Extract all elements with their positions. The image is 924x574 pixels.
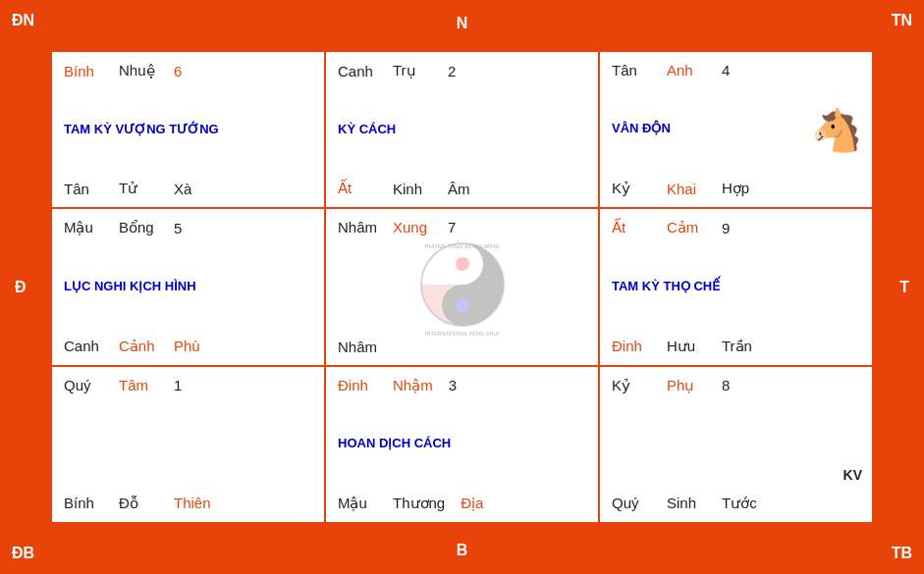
cell-top-center-row2: Ất Kinh Âm <box>338 180 586 197</box>
tr-r1-c2: Anh <box>667 62 706 78</box>
tr-r2-c1: Kỷ <box>612 180 651 197</box>
cell-mid-right-row1: Ất Cảm 9 <box>612 219 860 236</box>
bc-title: HOAN DỊCH CÁCH <box>338 436 586 452</box>
tr-r1-c1: Tân <box>612 62 651 78</box>
bc-r1-c1: Đinh <box>338 377 377 393</box>
tr-r2-c3: Hợp <box>722 180 761 197</box>
tl-r1-c2: Nhuệ <box>119 62 158 79</box>
bc-r2-c2: Thương <box>393 495 445 512</box>
tl-r2-c1: Tân <box>64 181 103 197</box>
cell-mid-right: Ất Cảm 9 TAM KỲ THỌ CHẾ Đinh Hưu Trần <box>599 208 873 365</box>
ml-r2-c3: Phù <box>174 338 213 354</box>
tr-r2-c2: Khai <box>667 181 706 197</box>
ml-title: LỤC NGHI KỊCH HÌNH <box>64 279 312 295</box>
edge-east: T <box>899 279 909 296</box>
tl-r1-c3: 6 <box>174 63 213 79</box>
svg-point-2 <box>456 298 469 312</box>
mr-title: TAM KỲ THỌ CHẾ <box>612 279 860 295</box>
mr-r1-c1: Ất <box>612 219 651 236</box>
ml-r1-c1: Mậu <box>64 219 103 236</box>
bl-r2-c2: Đỗ <box>119 495 158 512</box>
tc-r1-c3: 2 <box>448 63 487 79</box>
cell-bot-center: Đinh Nhậm 3 HOAN DỊCH CÁCH Mậu Thương Đị… <box>325 366 599 523</box>
corner-db: ĐB <box>12 545 34 562</box>
svg-point-1 <box>456 257 469 271</box>
watermark: PHONG THỦY ĐÔNG MINH INTERNATIONAL FENG … <box>418 240 507 333</box>
cell-mid-center-row2: Nhâm <box>338 339 586 355</box>
cell-mid-left-row2: Canh Cảnh Phù <box>64 338 312 355</box>
cell-mid-left-row1: Mậu Bổng 5 <box>64 219 312 236</box>
cell-top-right-row2: Kỷ Khai Hợp <box>612 180 860 197</box>
cell-mid-center: Nhâm Xung 7 PHONG THỦY ĐÔNG MINH INTERNA… <box>325 208 599 365</box>
bl-r2-c3: Thiên <box>174 495 213 511</box>
cell-top-left: Bính Nhuệ 6 TAM KỲ VƯỢNG TƯỚNG Tân Tử Xà <box>51 51 325 208</box>
cell-bot-right-row1: Kỷ Phụ 8 <box>612 377 860 394</box>
mr-r1-c3: 9 <box>722 220 761 236</box>
tc-title: KỲ CÁCH <box>338 122 586 138</box>
bc-r2-c1: Mậu <box>338 495 377 512</box>
br-r2-c1: Quý <box>612 495 651 511</box>
bl-r1-c2: Tâm <box>119 377 158 393</box>
tc-r1-c2: Trụ <box>393 62 432 79</box>
mc-r1-c1: Nhâm <box>338 219 377 235</box>
mr-r2-c2: Hưu <box>667 338 706 355</box>
cell-mid-right-row2: Đinh Hưu Trần <box>612 338 860 355</box>
tr-r1-c3: 4 <box>722 62 761 78</box>
cell-bot-left-row2: Bính Đỗ Thiên <box>64 495 312 512</box>
cell-mid-left: Mậu Bổng 5 LỤC NGHI KỊCH HÌNH Canh Cảnh … <box>51 208 325 365</box>
edge-west: Đ <box>15 279 27 296</box>
tl-r2-c2: Tử <box>119 180 158 197</box>
tl-title: TAM KỲ VƯỢNG TƯỚNG <box>64 122 312 138</box>
mc-r1-c2: Xung <box>393 219 432 235</box>
bl-r1-c3: 1 <box>174 377 213 393</box>
tc-r2-c2: Kinh <box>393 181 432 197</box>
edge-north: N <box>457 15 468 32</box>
cell-bot-right: Kỷ Phụ 8 Quý Sinh Tước KV <box>599 366 873 523</box>
cell-top-right: Tân Anh 4 VÂN ĐỘN Kỷ Khai Hợp 🐴 <box>599 51 873 208</box>
bl-r1-c1: Quý <box>64 377 103 393</box>
tl-r2-c3: Xà <box>174 181 213 197</box>
bc-r2-c3: Địa <box>461 495 500 512</box>
ml-r2-c1: Canh <box>64 338 103 354</box>
corner-dn: ĐN <box>12 12 34 29</box>
cell-top-left-row2: Tân Tử Xà <box>64 180 312 197</box>
tc-r2-c1: Ất <box>338 180 377 197</box>
cell-bot-left-row1: Quý Tâm 1 <box>64 377 312 393</box>
tc-r1-c1: Canh <box>338 63 377 79</box>
corner-tb: TB <box>892 545 912 562</box>
main-grid: Bính Nhuệ 6 TAM KỲ VƯỢNG TƯỚNG Tân Tử Xà… <box>49 49 875 525</box>
br-r2-c2: Sinh <box>667 495 706 511</box>
tc-r2-c3: Âm <box>448 181 487 197</box>
br-r1-c3: 8 <box>722 377 761 393</box>
bl-r2-c1: Bính <box>64 495 103 511</box>
svg-point-0 <box>421 243 504 326</box>
ml-r1-c3: 5 <box>174 220 213 236</box>
br-r1-c1: Kỷ <box>612 377 651 394</box>
mr-r2-c3: Trần <box>722 338 761 355</box>
tl-r1-c1: Bính <box>64 63 103 79</box>
cell-bot-left: Quý Tâm 1 Bính Đỗ Thiên <box>51 366 325 523</box>
cell-top-center-row1: Canh Trụ 2 <box>338 62 586 79</box>
mr-r2-c1: Đinh <box>612 338 651 354</box>
bc-r1-c3: 3 <box>449 377 488 393</box>
corner-tn: TN <box>892 12 912 29</box>
edge-south: B <box>457 542 468 559</box>
bc-r1-c2: Nhậm <box>393 377 433 394</box>
cell-bot-right-row2: Quý Sinh Tước <box>612 495 860 512</box>
br-r2-c3: Tước <box>722 495 761 512</box>
br-r1-c2: Phụ <box>667 377 706 394</box>
cell-top-right-row1: Tân Anh 4 <box>612 62 860 78</box>
ml-r2-c2: Cảnh <box>119 338 158 355</box>
cell-mid-center-row1: Nhâm Xung 7 <box>338 219 586 235</box>
cell-top-left-row1: Bính Nhuệ 6 <box>64 62 312 79</box>
mc-r2-c1: Nhâm <box>338 339 377 355</box>
mc-r1-c3: 7 <box>448 219 487 235</box>
ml-r1-c2: Bổng <box>119 219 158 236</box>
cell-bot-center-row2: Mậu Thương Địa <box>338 495 586 512</box>
cell-top-center: Canh Trụ 2 KỲ CÁCH Ất Kinh Âm <box>325 51 599 208</box>
kv-label: KV <box>843 467 862 483</box>
mr-r1-c2: Cảm <box>667 219 706 236</box>
horse-icon: 🐴 <box>811 106 862 154</box>
cell-bot-center-row1: Đinh Nhậm 3 <box>338 377 586 394</box>
